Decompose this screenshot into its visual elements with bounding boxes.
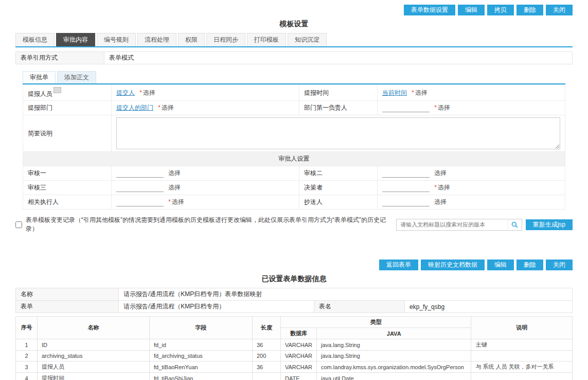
table-name-label: 表名 — [314, 301, 405, 313]
cell-field: fd_archiving_status — [150, 351, 253, 361]
dept-link[interactable]: 提交人的部门 — [116, 104, 153, 111]
tab-print-template[interactable]: 打印模板 — [247, 33, 286, 46]
brief-description-textarea[interactable] — [116, 117, 560, 149]
reviewer2-select-action[interactable]: 选择 — [434, 169, 447, 177]
cc-select-action[interactable]: 选择 — [434, 198, 447, 205]
col-header-field: 字段 — [150, 317, 253, 339]
cell-db: VARCHAR — [281, 339, 317, 351]
edit-button[interactable]: 编辑 — [458, 5, 485, 15]
mapping-name-label: 名称 — [16, 288, 119, 301]
mapping-name-value: 请示报告/通用流程（KMP归档专用）表单数据映射 — [119, 288, 573, 301]
delete-button-2[interactable]: 删除 — [516, 260, 543, 270]
decision-maker-label: 决策者 — [299, 181, 378, 195]
edit-button-2[interactable]: 编辑 — [487, 260, 514, 270]
tab-permissions[interactable]: 权限 — [178, 33, 205, 46]
submit-time-link[interactable]: 当前时间 — [382, 89, 407, 96]
form-reference-label: 表单引用方式 — [16, 52, 104, 64]
tab-schedule-sync[interactable]: 日程同步 — [206, 33, 245, 46]
required-mark: * — [158, 104, 161, 111]
submitter-field-icon[interactable] — [54, 87, 61, 93]
table-header-row-1: 序号 名称 字段 长度 类型 说明 — [16, 317, 573, 328]
tab-numbering-rules[interactable]: 编号规则 — [97, 33, 136, 46]
col-header-java: JAVA — [316, 328, 471, 339]
cell-no: 3 — [16, 361, 38, 373]
cell-name: 提报时间 — [38, 373, 150, 380]
table-row: 1 ID fd_id 36 VARCHAR java.lang.String 主… — [16, 339, 573, 351]
decision-maker-field-line[interactable] — [382, 184, 430, 192]
form-reference-row: 表单引用方式 表单模式 — [15, 51, 573, 64]
form-row-department: 提报部门 提交人的部门 *选择 部门第一负责人 *选择 — [23, 101, 565, 115]
close-button[interactable]: 关闭 — [546, 5, 573, 15]
form-data-settings-button[interactable]: 表单数据设置 — [404, 5, 455, 15]
dept-label: 提报部门 — [23, 101, 112, 115]
approver-settings-header: 审批人设置 — [23, 152, 565, 166]
submitter-select-action[interactable]: *选择 — [139, 89, 155, 96]
cc-label: 抄送人 — [299, 195, 378, 210]
tab-knowledge-deposit[interactable]: 知识沉淀 — [288, 33, 327, 46]
search-icon — [511, 221, 518, 228]
tab-approval-content[interactable]: 审批内容 — [56, 33, 95, 46]
tab-template-info[interactable]: 模板信息 — [15, 33, 55, 46]
dept-head-select-action[interactable]: *选择 — [434, 104, 450, 111]
reviewer2-field-line[interactable] — [382, 170, 430, 178]
submitter-label: 提报人员 — [28, 90, 52, 97]
reviewer1-select-action[interactable]: 选择 — [168, 169, 181, 177]
close-button-2[interactable]: 关闭 — [546, 260, 573, 270]
form-value: 请示报告/通用流程（KMP归档专用） — [119, 301, 314, 313]
dept-head-field-line[interactable] — [382, 105, 430, 112]
delete-button[interactable]: 删除 — [516, 5, 543, 15]
dept-select-action[interactable]: *选择 — [158, 104, 174, 111]
subtab-approval-form[interactable]: 审批单 — [23, 71, 56, 83]
cc-field-line[interactable] — [382, 199, 430, 206]
template-change-log-checkbox[interactable] — [15, 221, 22, 228]
reviewer1-label: 审核一 — [23, 166, 112, 181]
template-settings-toolbar: 表单数据设置 编辑 拷贝 删除 关闭 — [0, 0, 588, 18]
required-mark: * — [412, 89, 414, 96]
decision-maker-select-action[interactable]: *选择 — [434, 184, 450, 191]
col-header-db: 数据库 — [281, 328, 317, 339]
cell-java: java.util.Date — [316, 373, 471, 380]
cell-desc — [471, 351, 573, 361]
subtab-add-body[interactable]: 添加正文 — [57, 71, 96, 83]
cell-java: java.lang.String — [316, 351, 471, 361]
cell-length: 36 — [253, 339, 281, 351]
col-header-no: 序号 — [16, 317, 38, 339]
reviewer3-field-line[interactable] — [116, 184, 164, 192]
copy-button[interactable]: 拷贝 — [487, 5, 514, 15]
search-button[interactable] — [508, 219, 522, 230]
template-change-log-label: 表单模板变更记录（“引用其他模板”的情况需要到通用模板的历史模板进行更改编辑，此… — [26, 216, 393, 233]
col-header-type: 类型 — [281, 317, 471, 328]
executor-label: 相关执行人 — [23, 195, 112, 210]
form-row-approver-header: 审批人设置 — [23, 152, 565, 166]
form-row-reviewers-1: 审核一 选择 审核二 选择 — [23, 166, 565, 181]
table-row: 3 提报人员 fd_tiBaoRenYuan 36 VARCHAR com.la… — [16, 361, 573, 373]
submitter-link[interactable]: 提交人 — [116, 89, 135, 96]
table-row: 4 提报时间 fd_tiBaoShiJian DATE java.util.Da… — [16, 373, 573, 380]
tab-process-handling[interactable]: 流程处理 — [137, 33, 176, 46]
cell-length: 36 — [253, 361, 281, 373]
executor-select-action[interactable]: *选择 — [168, 198, 184, 205]
cell-no: 2 — [16, 351, 38, 361]
version-search-input[interactable] — [397, 221, 507, 228]
submit-time-select-action[interactable]: *选择 — [412, 89, 427, 96]
required-mark: * — [139, 89, 142, 96]
cell-db: DATE — [281, 373, 317, 380]
cell-desc: 主键 — [471, 339, 573, 351]
regenerate-jsp-button[interactable]: 重新生成jsp — [526, 219, 573, 230]
form-row-submitter: 提报人员 提交人 *选择 提报时间 当前时间 *选择 — [23, 85, 565, 101]
required-mark: * — [434, 184, 437, 191]
cell-java: com.landray.kmss.sys.organization.model.… — [316, 361, 471, 373]
reviewer2-label: 审核二 — [299, 166, 378, 181]
return-to-form-button[interactable]: 返回表单 — [379, 260, 418, 270]
cell-field: fd_tiBaoShiJian — [150, 373, 253, 380]
col-header-desc: 说明 — [471, 317, 573, 339]
map-history-data-button[interactable]: 映射历史文档数据 — [421, 260, 485, 270]
executor-field-line[interactable] — [116, 199, 164, 206]
cell-length: 200 — [253, 351, 281, 361]
cell-name: archiving_status — [38, 351, 150, 361]
reviewer3-select-action[interactable]: 选择 — [168, 184, 181, 191]
form-reference-value: 表单模式 — [104, 52, 573, 64]
form-row-executor-cc: 相关执行人 *选择 抄送人 选择 — [23, 195, 565, 210]
cell-db: VARCHAR — [281, 361, 317, 373]
reviewer1-field-line[interactable] — [116, 170, 164, 178]
